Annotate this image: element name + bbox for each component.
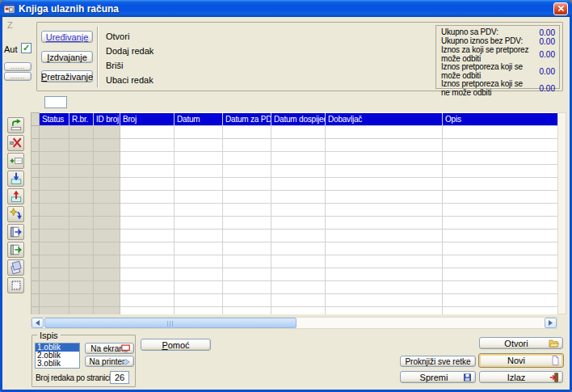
table-cell[interactable] [326, 126, 443, 139]
table-cell[interactable] [175, 152, 223, 165]
table-cell[interactable] [443, 230, 558, 242]
table-cell[interactable] [94, 230, 120, 242]
table-cell[interactable] [40, 294, 69, 307]
table-cell[interactable] [69, 191, 94, 204]
menu-item-ubaci-redak[interactable]: Ubaci redak [106, 74, 154, 89]
table-cell[interactable] [223, 242, 271, 255]
table-cell[interactable] [69, 255, 94, 268]
table-row[interactable] [32, 255, 558, 268]
vertical-scrollbar[interactable] [557, 112, 566, 314]
table-cell[interactable] [40, 230, 69, 242]
row-header-cell[interactable] [32, 191, 40, 204]
book-next-button[interactable] [7, 242, 24, 258]
table-cell[interactable] [120, 191, 175, 204]
copy-sheets-button[interactable] [7, 259, 24, 276]
open-row-button[interactable] [7, 117, 24, 133]
table-cell[interactable] [443, 307, 558, 315]
search-mode-button[interactable]: Pretraživanje [41, 70, 93, 82]
column-header-r-br-[interactable]: R.br. [69, 113, 94, 126]
extract-mode-button[interactable]: Izdvajanje [41, 51, 93, 63]
table-cell[interactable] [69, 204, 94, 217]
table-cell[interactable] [271, 165, 326, 178]
table-row[interactable] [32, 268, 558, 281]
table-cell[interactable] [94, 242, 120, 255]
table-cell[interactable] [271, 204, 326, 217]
column-header-datum[interactable]: Datum [175, 113, 223, 126]
table-row[interactable] [32, 139, 558, 152]
table-cell[interactable] [271, 126, 326, 139]
table-cell[interactable] [271, 230, 326, 242]
delete-row-button[interactable] [7, 135, 24, 151]
table-cell[interactable] [94, 217, 120, 230]
table-cell[interactable] [69, 165, 94, 178]
table-cell[interactable] [40, 307, 69, 315]
column-header-id-broj[interactable]: ID broj [94, 113, 120, 126]
mini-button-top[interactable]: ...... [4, 62, 32, 71]
table-row[interactable] [32, 217, 558, 230]
table-row[interactable] [32, 307, 558, 315]
table-cell[interactable] [326, 242, 443, 255]
table-cell[interactable] [94, 178, 120, 191]
table-cell[interactable] [120, 165, 175, 178]
table-row[interactable] [32, 230, 558, 242]
table-cell[interactable] [69, 242, 94, 255]
horizontal-scrollbar[interactable] [31, 317, 557, 329]
row-header-cell[interactable] [32, 230, 40, 242]
table-cell[interactable] [223, 178, 271, 191]
exit-button[interactable]: Izlaz [479, 371, 563, 383]
menu-item-dodaj-redak[interactable]: Dodaj redak [106, 45, 154, 60]
close-button[interactable] [553, 2, 568, 15]
menu-item-bri-i[interactable]: Briši [106, 60, 154, 74]
table-cell[interactable] [120, 204, 175, 217]
insert-row-up-button[interactable] [7, 188, 24, 204]
table-cell[interactable] [40, 165, 69, 178]
print-format-listbox[interactable]: 1.oblik2.oblik3.oblik [35, 343, 80, 369]
print-to-screen-button[interactable]: Na ekran [85, 343, 134, 354]
table-cell[interactable] [271, 217, 326, 230]
new-button[interactable]: Novi [478, 353, 564, 368]
table-cell[interactable] [94, 139, 120, 152]
table-cell[interactable] [120, 230, 175, 242]
table-cell[interactable] [223, 139, 271, 152]
table-cell[interactable] [40, 268, 69, 281]
table-cell[interactable] [120, 307, 175, 315]
column-header-datum-dospije-a[interactable]: Datum dospijeća [271, 113, 326, 126]
row-header-cell[interactable] [32, 217, 40, 230]
selection-box-button[interactable] [7, 277, 24, 293]
table-cell[interactable] [120, 178, 175, 191]
table-cell[interactable] [69, 217, 94, 230]
table-row[interactable] [32, 126, 558, 139]
row-header-cell[interactable] [32, 139, 40, 152]
mini-button-bottom[interactable]: ...... [4, 72, 32, 81]
table-cell[interactable] [271, 191, 326, 204]
book-forward-button[interactable] [7, 224, 24, 240]
table-cell[interactable] [175, 191, 223, 204]
table-cell[interactable] [223, 307, 271, 315]
paste-special-button[interactable] [7, 206, 24, 222]
table-cell[interactable] [40, 139, 69, 152]
add-row-button[interactable] [7, 153, 24, 169]
table-cell[interactable] [326, 165, 443, 178]
table-cell[interactable] [94, 165, 120, 178]
scroll-right-button[interactable] [545, 318, 557, 328]
table-cell[interactable] [120, 126, 175, 139]
filter-input[interactable] [44, 96, 67, 108]
table-cell[interactable] [443, 204, 558, 217]
table-cell[interactable] [271, 255, 326, 268]
row-header-cell[interactable] [32, 242, 40, 255]
table-cell[interactable] [326, 178, 443, 191]
table-cell[interactable] [443, 217, 558, 230]
table-cell[interactable] [326, 268, 443, 281]
table-cell[interactable] [175, 204, 223, 217]
table-cell[interactable] [94, 255, 120, 268]
row-header-cell[interactable] [32, 126, 40, 139]
table-cell[interactable] [120, 294, 175, 307]
table-cell[interactable] [69, 268, 94, 281]
table-cell[interactable] [223, 255, 271, 268]
table-cell[interactable] [223, 268, 271, 281]
table-cell[interactable] [271, 307, 326, 315]
table-cell[interactable] [175, 294, 223, 307]
aut-checkbox[interactable]: ✓ [21, 43, 32, 53]
table-cell[interactable] [69, 230, 94, 242]
rows-per-page-input[interactable] [110, 371, 129, 384]
